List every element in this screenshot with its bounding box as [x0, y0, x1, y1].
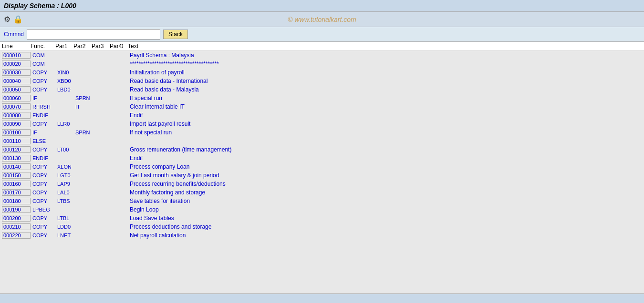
content-area: Line Func. Par1 Par2 Par3 Par4 D Text 00…	[0, 42, 644, 293]
col-header-par2: Par2	[73, 43, 92, 50]
table-row[interactable]: 000070 RFRSH IT Clear internal table IT	[0, 102, 644, 111]
cell-func: ENDIF	[31, 155, 56, 161]
table-row[interactable]: 000200 COPY LTBL Load Save tables	[0, 214, 644, 222]
rows-container: 000010 COM Payrll Schema : Malaysia 0000…	[0, 51, 644, 240]
cell-par2: SPRN	[74, 95, 93, 101]
cell-line: 000100	[2, 129, 31, 136]
cell-line: 000140	[2, 163, 31, 170]
cell-func: COPY	[31, 181, 56, 187]
cell-func: COPY	[31, 215, 56, 221]
cell-text: Process recurring benefits/deductions	[129, 181, 644, 187]
cell-text: Read basic data - Malaysia	[129, 86, 644, 93]
cell-func: COPY	[31, 190, 56, 195]
cell-text: ****************************************	[129, 61, 644, 67]
cell-line: 000220	[2, 232, 31, 239]
cell-line: 000120	[2, 146, 31, 153]
table-row[interactable]: 000210 COPY LDD0 Process deductions and …	[0, 222, 644, 231]
cell-par1: LAL0	[56, 190, 74, 195]
cell-func: COM	[31, 52, 56, 58]
cell-line: 000170	[2, 189, 31, 196]
table-row[interactable]: 000150 COPY LGT0 Get Last month salary &…	[0, 171, 644, 180]
cell-line: 000180	[2, 198, 31, 204]
cell-line: 000060	[2, 95, 31, 101]
cell-line: 000030	[2, 69, 31, 76]
table-row[interactable]: 000010 COM Payrll Schema : Malaysia	[0, 51, 644, 60]
cell-func: LPBEG	[31, 207, 56, 212]
toolbar: ⚙ 🔒 © www.tutorialkart.com	[0, 12, 644, 27]
cell-line: 000160	[2, 181, 31, 187]
table-row[interactable]: 000120 COPY LT00 Gross remuneration (tim…	[0, 145, 644, 154]
col-header-par1: Par1	[55, 43, 73, 50]
table-row[interactable]: 000160 COPY LAP9 Process recurring benef…	[0, 180, 644, 188]
cell-line: 000150	[2, 172, 31, 179]
table-row[interactable]: 000020 COM *****************************…	[0, 60, 644, 68]
settings-icon[interactable]: ⚙	[4, 15, 10, 24]
cell-text: Payrll Schema : Malaysia	[129, 52, 644, 59]
cell-par1: XBD0	[56, 78, 74, 84]
cell-line: 000110	[2, 138, 31, 144]
status-bar	[0, 293, 644, 303]
cell-func: COPY	[31, 78, 56, 84]
cell-line: 000050	[2, 86, 31, 93]
col-header-text: Text	[128, 43, 644, 50]
cell-text: Get Last month salary & join period	[129, 172, 644, 179]
cell-text: Process company Loan	[129, 163, 644, 170]
page-title: Display Schema : L000	[4, 2, 76, 10]
cell-line: 000080	[2, 112, 31, 119]
table-row[interactable]: 000130 ENDIF Endif	[0, 154, 644, 162]
cell-text: Initialization of payroll	[129, 69, 644, 76]
cell-func: COPY	[31, 87, 56, 92]
cell-func: COPY	[31, 121, 56, 127]
cell-func: COPY	[31, 70, 56, 75]
cell-line: 000210	[2, 223, 31, 230]
table-row[interactable]: 000060 IF SPRN If special run	[0, 94, 644, 102]
cell-text: Monthly factoring and storage	[129, 189, 644, 196]
cell-par1: XIN0	[56, 70, 74, 75]
cell-text: Load Save tables	[129, 215, 644, 222]
table-row[interactable]: 000170 COPY LAL0 Monthly factoring and s…	[0, 188, 644, 197]
cell-func: COPY	[31, 232, 56, 238]
stack-button[interactable]: Stack	[163, 30, 188, 39]
cell-text: Process deductions and storage	[129, 223, 644, 230]
cell-par1: LDD0	[56, 224, 74, 230]
cell-text: Save tables for iteration	[129, 198, 644, 204]
cell-text: Clear internal table IT	[129, 103, 644, 110]
col-header-d: D	[119, 43, 128, 50]
cell-par1: LT00	[56, 147, 74, 152]
cell-text: Net payroll calculation	[129, 232, 644, 239]
table-row[interactable]: 000040 COPY XBD0 Read basic data - Inter…	[0, 77, 644, 85]
cell-par1: LTBS	[56, 198, 74, 204]
command-input[interactable]	[27, 29, 160, 40]
cell-func: COPY	[31, 164, 56, 170]
cell-text: Gross remuneration (time management)	[129, 146, 644, 153]
table-row[interactable]: 000110 ELSE	[0, 137, 644, 145]
cell-func: IF	[31, 95, 56, 101]
lock-icon[interactable]: 🔒	[13, 15, 23, 24]
cell-par1: LTBL	[56, 215, 74, 221]
watermark: © www.tutorialkart.com	[288, 16, 356, 23]
table-scroll[interactable]: Line Func. Par1 Par2 Par3 Par4 D Text 00…	[0, 42, 644, 293]
table-row[interactable]: 000080 ENDIF Endif	[0, 111, 644, 120]
cell-text: If not special run	[129, 129, 644, 136]
table-row[interactable]: 000050 COPY LBD0 Read basic data - Malay…	[0, 85, 644, 94]
table-row[interactable]: 000140 COPY XLON Process company Loan	[0, 162, 644, 171]
cell-line: 000010	[2, 52, 31, 59]
col-header-par4: Par4	[110, 43, 119, 50]
cell-line: 000200	[2, 215, 31, 222]
cell-func: RFRSH	[31, 104, 56, 110]
cell-func: IF	[31, 130, 56, 135]
cell-text: If special run	[129, 95, 644, 101]
table-row[interactable]: 000100 IF SPRN If not special run	[0, 128, 644, 137]
cell-par1: LGT0	[56, 172, 74, 178]
cell-par1: LAP9	[56, 181, 74, 187]
table-row[interactable]: 000030 COPY XIN0 Initialization of payro…	[0, 68, 644, 77]
cell-text: Read basic data - International	[129, 78, 644, 84]
table-row[interactable]: 000180 COPY LTBS Save tables for iterati…	[0, 197, 644, 205]
table-row[interactable]: 000090 COPY LLR0 Import last payroll res…	[0, 120, 644, 128]
table-row[interactable]: 000190 LPBEG Begin Loop	[0, 205, 644, 214]
cell-par1: LBD0	[56, 87, 74, 92]
cell-text: Endif	[129, 155, 644, 162]
cell-line: 000190	[2, 206, 31, 213]
cell-line: 000070	[2, 103, 31, 110]
table-row[interactable]: 000220 COPY LNET Net payroll calculation	[0, 231, 644, 240]
